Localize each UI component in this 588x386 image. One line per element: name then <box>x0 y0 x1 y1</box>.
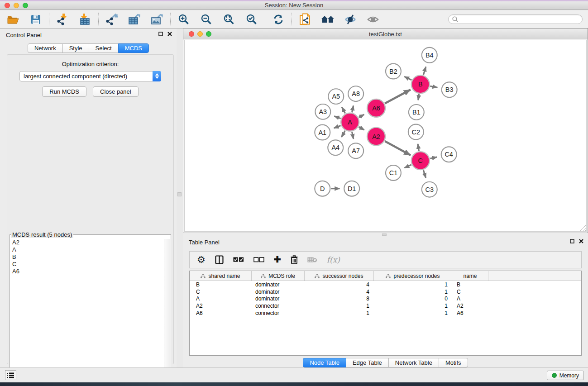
tab-network-table[interactable]: Network Table <box>388 358 439 367</box>
graph-node-A[interactable]: A <box>341 113 359 131</box>
zoom-in-icon[interactable] <box>177 13 191 26</box>
graph-edge-C-C3[interactable] <box>423 170 425 178</box>
graph-node-B2[interactable]: B2 <box>386 64 401 79</box>
graph-edge-A-A5[interactable] <box>342 107 345 114</box>
table-row[interactable]: A2connector11A2 <box>190 302 581 310</box>
panel-divider[interactable] <box>177 29 183 367</box>
table-cell[interactable]: dominator <box>252 289 305 295</box>
table-cell[interactable]: 1 <box>374 303 452 309</box>
import-table-icon[interactable] <box>78 13 92 26</box>
graph-edge-A2-C[interactable] <box>385 141 411 155</box>
search-field[interactable] <box>448 14 583 24</box>
tab-mcds[interactable]: MCDS <box>118 43 149 53</box>
add-column-icon[interactable]: ✚ <box>274 254 281 266</box>
graph-edge-B-B2[interactable] <box>404 76 411 80</box>
graph-node-A1[interactable]: A1 <box>315 125 330 140</box>
apply-layout-icon[interactable] <box>272 13 285 26</box>
hide-selected-icon[interactable] <box>344 13 357 26</box>
graph-node-D1[interactable]: D1 <box>344 181 359 196</box>
graph-node-A7[interactable]: A7 <box>348 143 363 158</box>
table-cell[interactable]: C <box>190 289 252 295</box>
graph-node-A6[interactable]: A6 <box>367 99 385 117</box>
graph-node-A3[interactable]: A3 <box>315 104 330 119</box>
tab-network[interactable]: Network <box>28 43 63 53</box>
table-cell[interactable]: C <box>452 289 488 295</box>
table-options-icon[interactable]: ⚙ <box>197 254 206 266</box>
network-canvas[interactable]: B4B2BB3A8A5A6A3B1AA1C2A2A4A7C4CC1C3DD1 <box>184 40 587 232</box>
table-row[interactable]: Bdominator41B <box>190 281 581 288</box>
close-panel-button[interactable]: Close panel <box>93 86 139 97</box>
graph-edge-B-B4[interactable] <box>423 67 426 75</box>
save-session-icon[interactable] <box>29 13 43 26</box>
memory-button[interactable]: Memory <box>547 371 584 380</box>
export-network-icon[interactable] <box>105 13 119 26</box>
table-cell[interactable]: dominator <box>252 295 305 302</box>
graph-edge-A-A8[interactable] <box>352 105 354 112</box>
delete-columns-icon[interactable] <box>291 254 298 266</box>
result-scrollbar[interactable] <box>164 239 170 386</box>
tab-edge-table[interactable]: Edge Table <box>346 358 389 367</box>
graph-edge-A-A4[interactable] <box>341 131 345 137</box>
graph-node-C[interactable]: C <box>411 152 430 170</box>
graph-node-A4[interactable]: A4 <box>328 140 343 155</box>
table-cell[interactable]: 4 <box>305 281 374 288</box>
show-columns-icon[interactable] <box>215 254 224 266</box>
mcds-result-item[interactable]: A2 <box>10 239 164 246</box>
show-hidden-icon[interactable] <box>366 13 380 26</box>
mcds-result-item[interactable]: A <box>10 246 164 253</box>
graph-edge-A-A2[interactable] <box>359 127 364 130</box>
graph-node-B1[interactable]: B1 <box>409 105 424 120</box>
graph-node-D[interactable]: D <box>315 181 330 196</box>
column-header-shared-name[interactable]: shared name <box>190 271 252 281</box>
export-table-icon[interactable] <box>128 13 141 26</box>
table-cell[interactable]: A <box>190 295 252 302</box>
table-cell[interactable]: 1 <box>305 310 374 316</box>
column-header-successor-nodes[interactable]: successor nodes <box>305 271 374 281</box>
table-cell[interactable]: 4 <box>305 289 374 295</box>
table-row[interactable]: Cdominator41C <box>190 288 581 295</box>
search-input[interactable] <box>460 16 578 23</box>
table-cell[interactable]: 1 <box>305 303 374 309</box>
graph-node-C4[interactable]: C4 <box>441 147 457 162</box>
table-cell[interactable]: 1 <box>374 289 452 295</box>
graph-edge-A6-B[interactable] <box>385 90 410 103</box>
close-panel-icon[interactable] <box>167 32 172 36</box>
table-row[interactable]: A6connector11A6 <box>190 310 581 317</box>
table-cell[interactable]: A <box>452 295 488 302</box>
table-cell[interactable]: A2 <box>452 303 488 309</box>
float-table-panel-icon[interactable] <box>570 239 574 243</box>
table-row[interactable]: Adominator80A <box>190 295 581 303</box>
tab-node-table[interactable]: Node Table <box>303 358 346 367</box>
deselect-all-columns-icon[interactable] <box>253 254 264 266</box>
graph-edge-C-C2[interactable] <box>418 144 419 151</box>
column-header-MCDS-role[interactable]: MCDS role <box>252 271 305 281</box>
graph-node-C1[interactable]: C1 <box>386 165 401 181</box>
graph-node-B[interactable]: B <box>411 75 430 93</box>
panels-menu-button[interactable] <box>5 370 16 380</box>
graph-edge-A-A7[interactable] <box>352 132 354 139</box>
graph-edge-C-C4[interactable] <box>430 157 437 158</box>
zoom-out-icon[interactable] <box>200 13 213 26</box>
column-header-name[interactable]: name <box>452 271 488 281</box>
mcds-result-item[interactable]: B <box>10 253 164 261</box>
divider-grip[interactable] <box>177 192 182 196</box>
select-all-columns-icon[interactable] <box>233 254 244 266</box>
graph-node-A8[interactable]: A8 <box>348 86 363 101</box>
graph-edge-A-A1[interactable] <box>334 125 341 128</box>
table-cell[interactable]: A2 <box>190 303 252 309</box>
table-cell[interactable]: 1 <box>374 281 452 288</box>
delete-table-icon[interactable] <box>307 254 317 266</box>
close-table-panel-icon[interactable] <box>579 239 583 243</box>
graph-edge-C-C1[interactable] <box>405 165 411 168</box>
mcds-result-item[interactable]: A6 <box>10 268 164 275</box>
table-cell[interactable]: B <box>452 281 488 288</box>
graph-edge-A-A6[interactable] <box>359 114 364 117</box>
export-image-icon[interactable] <box>150 13 164 26</box>
tab-motifs[interactable]: Motifs <box>439 358 468 367</box>
table-cell[interactable]: 1 <box>374 310 452 316</box>
tab-style[interactable]: Style <box>62 43 89 53</box>
graph-node-C3[interactable]: C3 <box>422 182 437 197</box>
graph-node-B4[interactable]: B4 <box>422 48 437 63</box>
graph-node-A2[interactable]: A2 <box>367 128 385 146</box>
tab-select[interactable]: Select <box>89 43 119 53</box>
